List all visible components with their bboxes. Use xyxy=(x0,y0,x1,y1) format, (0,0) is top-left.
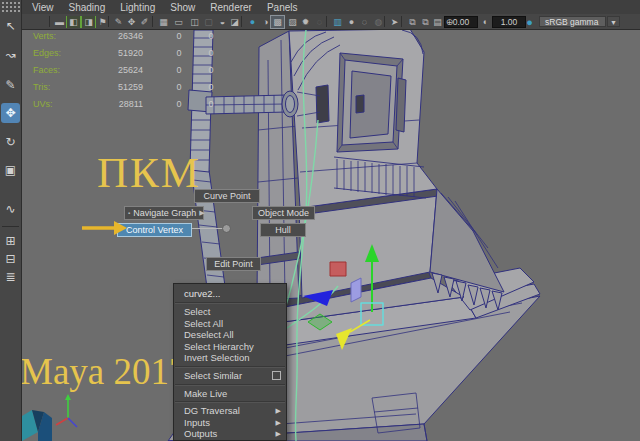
isolate-select-icon[interactable]: ➤ xyxy=(388,16,401,28)
layout-two-pane[interactable]: ⊟ xyxy=(1,249,20,269)
rotate-tool[interactable]: ↻ xyxy=(1,132,20,152)
marking-menu-curve-point[interactable]: Curve Point xyxy=(194,189,260,203)
textured-mode-icon[interactable]: ▩ xyxy=(271,16,284,28)
snap-view-icon[interactable]: ▬ xyxy=(53,16,66,28)
hud-label: Faces: xyxy=(33,65,60,75)
annotation-arrow-icon xyxy=(82,220,128,236)
marking-menu-object-mode[interactable]: Object Mode xyxy=(252,206,315,220)
context-menu-item-deselect-all[interactable]: Deselect All xyxy=(174,329,286,341)
paint-select-tool[interactable]: ✎ xyxy=(1,75,20,95)
context-menu-item-inputs[interactable]: Inputs▶ xyxy=(174,417,286,429)
exposure-icon[interactable]: ⊕ xyxy=(443,16,456,28)
hud-col-a: 0 xyxy=(172,99,186,109)
hud-col-b: 0 xyxy=(204,65,218,75)
object-mode-label: Object Mode xyxy=(258,208,309,218)
grid-icon[interactable]: ▦ xyxy=(157,16,170,28)
option-box-icon[interactable] xyxy=(272,371,281,380)
view-transform-dropdown[interactable]: sRGB gamma xyxy=(539,16,606,27)
marking-menu-control-vertex[interactable]: Control Vertex xyxy=(117,223,192,237)
hud-row-faces: Faces:2562400 xyxy=(33,65,203,77)
maya-logo xyxy=(22,410,52,441)
menu-shading[interactable]: Shading xyxy=(69,2,106,13)
gamma-field[interactable]: 1.00 xyxy=(492,16,526,28)
toolbox-grip[interactable] xyxy=(1,1,20,12)
panel-menubar: ViewShadingLightingShowRendererPanels xyxy=(22,0,640,14)
hud-total: 25624 xyxy=(77,65,143,75)
hud-label: Verts: xyxy=(33,31,56,41)
context-menu-item-select-all[interactable]: Select All xyxy=(174,318,286,330)
checker-icon[interactable]: ▨ xyxy=(286,16,299,28)
multisample-icon[interactable]: ◌ xyxy=(358,16,371,28)
screen-ao-icon[interactable]: ▥ xyxy=(331,16,344,28)
hud-col-b: 0 xyxy=(204,48,218,58)
context-menu: curve2... SelectSelect AllDeselect AllSe… xyxy=(173,283,287,441)
context-menu-item-outputs[interactable]: Outputs▶ xyxy=(174,428,286,440)
select-tool[interactable]: ↖ xyxy=(1,16,20,36)
menu-show[interactable]: Show xyxy=(170,2,195,13)
marking-menu-hull[interactable]: Hull xyxy=(260,223,306,237)
scale-tool[interactable]: ▣ xyxy=(1,160,20,180)
camera-lock-icon[interactable]: ◧ xyxy=(66,16,81,28)
hud-row-edges: Edges:5192000 xyxy=(33,48,203,60)
film-gate-icon[interactable]: ▭ xyxy=(172,16,185,28)
color-management-icon[interactable]: ● xyxy=(523,16,536,28)
motion-blur-icon[interactable]: ● xyxy=(345,16,358,28)
gate-mask-icon[interactable]: ▢ xyxy=(202,16,215,28)
menu-item-label: Inputs xyxy=(184,417,210,428)
menu-separator xyxy=(175,302,285,304)
layout-outliner[interactable]: ≣ xyxy=(1,267,20,287)
menu-view[interactable]: View xyxy=(32,2,54,13)
hud-col-a: 0 xyxy=(172,48,186,58)
control-vertex-label: Control Vertex xyxy=(126,225,183,235)
menu-item-label: Outputs xyxy=(184,428,217,439)
version-annotation: Maya 2017 xyxy=(20,350,188,393)
hud-col-b: 0 xyxy=(204,82,218,92)
curve-point-label: Curve Point xyxy=(203,191,250,201)
menu-renderer[interactable]: Renderer xyxy=(210,2,252,13)
dropdown-arrow-icon[interactable]: ▼ xyxy=(607,16,620,27)
context-menu-item-make-live[interactable]: Make Live xyxy=(174,388,286,400)
menu-panels[interactable]: Panels xyxy=(267,2,298,13)
right-click-annotation: ПКМ xyxy=(97,148,201,197)
hud-total: 26346 xyxy=(77,31,143,41)
wireframe-sphere-icon[interactable]: ● xyxy=(246,16,259,28)
context-menu-item-select-hierarchy[interactable]: Select Hierarchy xyxy=(174,341,286,353)
move-tool[interactable]: ✥ xyxy=(1,103,20,123)
context-menu-item-select[interactable]: Select xyxy=(174,306,286,318)
submenu-arrow-icon: ▶ xyxy=(276,405,281,417)
context-menu-item-dg-traversal[interactable]: DG Traversal▶ xyxy=(174,405,286,417)
hud-label: Edges: xyxy=(33,48,61,58)
toolbar-separator xyxy=(152,16,153,27)
menu-separator xyxy=(175,366,285,368)
menu-item-label: DG Traversal xyxy=(184,405,240,416)
marking-menu-navigate-graph[interactable]: ▪ Navigate Graph ▶ xyxy=(124,206,204,220)
toolbar-separator xyxy=(49,16,50,27)
layers-icon[interactable]: ⧉ xyxy=(406,16,419,28)
contrast-icon[interactable]: ◖ xyxy=(478,16,491,28)
lights-icon[interactable]: ✹ xyxy=(299,16,312,28)
maya-window: ПКМ Maya 2017 Verts:2634600Edges:5192000… xyxy=(0,0,640,441)
resolution-gate-icon[interactable]: ◫ xyxy=(188,16,201,28)
select-camera-icon[interactable]: ✎ xyxy=(112,16,125,28)
marking-menu-edit-point[interactable]: Edit Point xyxy=(206,257,261,271)
context-menu-item-select-similar[interactable]: Select Similar xyxy=(174,370,286,382)
last-tool-curve[interactable]: ∿ xyxy=(1,199,20,219)
hud-total: 28811 xyxy=(77,99,143,109)
menu-item-label: Select xyxy=(184,306,210,317)
menu-lighting[interactable]: Lighting xyxy=(120,2,155,13)
pivot-icon[interactable]: ✥ xyxy=(125,16,138,28)
hud-total: 51259 xyxy=(77,82,143,92)
bullet-icon: ▪ xyxy=(128,210,130,216)
menu-item-label: Deselect All xyxy=(184,329,234,340)
hud-col-a: 0 xyxy=(172,82,186,92)
pencil-icon[interactable]: ✐ xyxy=(138,16,151,28)
marking-menu-center-dot[interactable] xyxy=(222,224,231,233)
safe-action-icon[interactable]: ◪ xyxy=(228,16,241,28)
shadows-icon[interactable]: ◌ xyxy=(313,16,326,28)
hud-row-verts: Verts:2634600 xyxy=(33,31,203,43)
layout-four-pane[interactable]: ⊞ xyxy=(1,231,20,251)
toolbar-separator xyxy=(401,16,402,27)
context-menu-item-invert-selection[interactable]: Invert Selection xyxy=(174,352,286,364)
camera-bookmark-icon[interactable]: ◨ xyxy=(81,16,96,28)
lasso-select-tool[interactable]: ↝ xyxy=(1,45,20,65)
